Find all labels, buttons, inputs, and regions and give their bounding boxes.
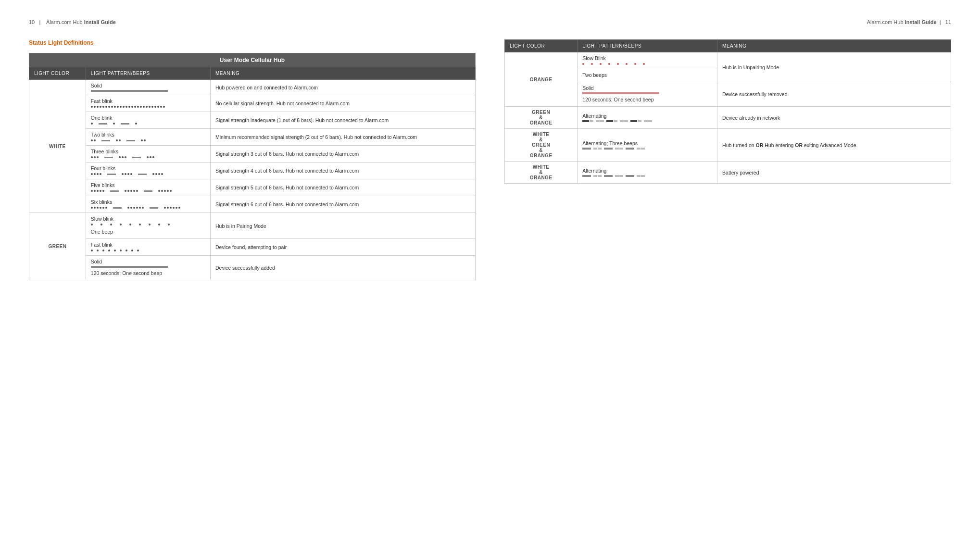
- pattern-two-beeps: Two beeps: [578, 69, 717, 82]
- right-table-container: LIGHT COLOR LIGHT PATTERN/BEEPS MEANING …: [504, 39, 951, 184]
- meaning-one-blink: Signal strength inadequate (1 out of 6 b…: [211, 112, 476, 129]
- color-white-green-orange: WHITE&GREEN&ORANGE: [505, 129, 578, 162]
- table-row: Fast blink No cellular signal strength. …: [29, 95, 476, 112]
- pattern-alternating-go: Alternating: [578, 107, 717, 129]
- section-title: Status Light Definitions: [29, 39, 476, 46]
- table-row: Solid 120 seconds; One second beep Devic…: [29, 256, 476, 280]
- right-page-header: Alarm.com Hub Install Guide | 11: [504, 19, 951, 25]
- left-page-header: 10 | Alarm.com Hub Install Guide: [29, 19, 476, 25]
- col-light-color: LIGHT COLOR: [29, 67, 86, 80]
- table-row: Five blinks Signal: [29, 179, 476, 196]
- meaning-slow-blink-green: Hub is in Pairing Mode: [211, 213, 476, 239]
- meaning-three-blinks: Signal strength 3 out of 6 bars. Hub not…: [211, 146, 476, 163]
- meaning-alternating-wo: Battery powered: [717, 162, 951, 184]
- meaning-six-blinks: Signal strength 6 out of 6 bars. Hub not…: [211, 196, 476, 213]
- table-row: Three blinks Signa: [29, 146, 476, 163]
- color-orange: ORANGE: [505, 52, 578, 107]
- right-page: Alarm.com Hub Install Guide | 11 LIGHT C…: [504, 19, 951, 519]
- pattern-fast-blink-green: Fast blink: [86, 239, 210, 256]
- table-row: WHITE&ORANGE Alternating: [505, 162, 951, 184]
- table-row: GREEN&ORANGE Alternating: [505, 107, 951, 129]
- table-row: WHITE Solid Hub powered on and connected…: [29, 80, 476, 95]
- table-row: Four blinks Signal: [29, 163, 476, 179]
- pattern-fast-blink: Fast blink: [86, 95, 210, 112]
- pattern-three-blinks: Three blinks: [86, 146, 210, 163]
- meaning-slow-blink-orange: Hub is in Unpairing Mode: [717, 52, 951, 82]
- table-row: GREEN Slow blink: [29, 213, 476, 239]
- color-green: GREEN: [29, 213, 86, 280]
- table-header-row: LIGHT COLOR LIGHT PATTERN/BEEPS MEANING: [29, 67, 476, 80]
- pattern-solid-orange: Solid 120 seconds; One second beep: [578, 82, 717, 107]
- meaning-four-blinks: Signal strength 4 out of 6 bars. Hub not…: [211, 163, 476, 179]
- right-table-header-row: LIGHT COLOR LIGHT PATTERN/BEEPS MEANING: [505, 40, 951, 52]
- meaning-fast-blink-green: Device found, attempting to pair: [211, 239, 476, 256]
- meaning-fast-blink: No cellular signal strength. Hub not con…: [211, 95, 476, 112]
- pattern-solid: Solid: [86, 80, 210, 95]
- pattern-four-blinks: Four blinks: [86, 163, 210, 179]
- table-row: ORANGE Slow Blink: [505, 52, 951, 69]
- right-table: LIGHT COLOR LIGHT PATTERN/BEEPS MEANING …: [504, 39, 951, 184]
- table-row: One blink Signal s: [29, 112, 476, 129]
- page-container: 10 | Alarm.com Hub Install Guide Status …: [0, 0, 980, 538]
- meaning-solid-green: Device successfully added: [211, 256, 476, 280]
- meaning-alternating-wgo: Hub turned on OR Hub entering OR exiting…: [717, 129, 951, 162]
- table-row: Six blinks Signal: [29, 196, 476, 213]
- pattern-slow-blink-orange: Slow Blink: [578, 52, 717, 69]
- left-page-number: 10 | Alarm.com Hub Install Guide: [29, 19, 116, 25]
- left-page: 10 | Alarm.com Hub Install Guide Status …: [29, 19, 476, 519]
- pattern-alternating-wo: Alternating: [578, 162, 717, 184]
- right-col-meaning: MEANING: [717, 40, 951, 52]
- table-title-row: User Mode Cellular Hub: [29, 53, 476, 67]
- pattern-one-blink: One blink: [86, 112, 210, 129]
- main-table: User Mode Cellular Hub LIGHT COLOR LIGHT…: [29, 53, 476, 280]
- right-col-light-pattern: LIGHT PATTERN/BEEPS: [578, 40, 717, 52]
- table-row: WHITE&GREEN&ORANGE Alternating; Three be…: [505, 129, 951, 162]
- right-page-number: Alarm.com Hub Install Guide | 11: [867, 19, 951, 25]
- meaning-solid-orange: Device successfully removed: [717, 82, 951, 107]
- pattern-slow-blink-green: Slow blink: [86, 213, 210, 239]
- col-light-pattern: LIGHT PATTERN/BEEPS: [86, 67, 210, 80]
- pattern-solid-green: Solid 120 seconds; One second beep: [86, 256, 210, 280]
- table-title: User Mode Cellular Hub: [29, 53, 476, 67]
- right-col-light-color: LIGHT COLOR: [505, 40, 578, 52]
- pattern-six-blinks: Six blinks: [86, 196, 210, 213]
- meaning-two-blinks: Minimum recommended signal strength (2 o…: [211, 129, 476, 146]
- meaning-five-blinks: Signal strength 5 out of 6 bars. Hub not…: [211, 179, 476, 196]
- meaning-alternating-go: Device already in network: [717, 107, 951, 129]
- pattern-five-blinks: Five blinks: [86, 179, 210, 196]
- pattern-two-blinks: Two blinks: [86, 129, 210, 146]
- color-green-orange: GREEN&ORANGE: [505, 107, 578, 129]
- color-white-orange: WHITE&ORANGE: [505, 162, 578, 184]
- table-row: Two blinks Minimum: [29, 129, 476, 146]
- color-white: WHITE: [29, 80, 86, 213]
- col-meaning: MEANING: [211, 67, 476, 80]
- meaning-solid: Hub powered on and connected to Alarm.co…: [211, 80, 476, 95]
- table-row: Fast blink: [29, 239, 476, 256]
- pattern-alternating-wgo: Alternating; Three beeps: [578, 129, 717, 162]
